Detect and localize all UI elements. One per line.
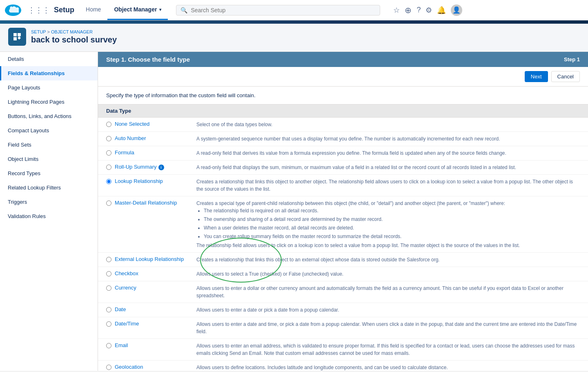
- data-type-row-roll-up-summary[interactable]: Roll-Up SummaryiA read-only field that d…: [98, 160, 588, 175]
- star-icon[interactable]: ☆: [393, 6, 400, 15]
- sidebar-item-record-types[interactable]: Record Types: [0, 166, 98, 180]
- radio-currency[interactable]: [106, 285, 111, 291]
- data-type-row-auto-number[interactable]: Auto NumberA system-generated sequence n…: [98, 132, 588, 146]
- desc-none-selected: Select one of the data types below.: [196, 121, 580, 128]
- breadcrumb: SETUP > OBJECT MANAGER back to school su…: [31, 29, 117, 45]
- radio-none-selected[interactable]: [106, 122, 111, 127]
- label-link-lookup-relationship[interactable]: Lookup Relationship: [115, 178, 163, 184]
- search-bar: 🔍: [176, 5, 380, 16]
- nav-tabs: Home Object Manager ▾: [79, 0, 168, 20]
- data-type-row-checkbox[interactable]: CheckboxAllows users to select a True (c…: [98, 267, 588, 281]
- sidebar-item-validation-rules[interactable]: Validation Rules: [0, 209, 98, 223]
- search-icon: 🔍: [180, 7, 187, 13]
- bell-icon[interactable]: 🔔: [437, 6, 446, 15]
- nav-actions: ☆ ⊕ ? ⚙ 🔔 👤: [393, 4, 462, 16]
- label-none-selected: None Selected: [115, 121, 149, 127]
- sidebar-item-lightning-record-pages[interactable]: Lightning Record Pages: [0, 95, 98, 109]
- page-title: back to school survey: [31, 35, 117, 45]
- label-link-external-lookup-relationship[interactable]: External Lookup Relationship: [115, 256, 184, 262]
- plus-icon[interactable]: ⊕: [405, 5, 412, 15]
- radio-geolocation[interactable]: [106, 365, 111, 370]
- breadcrumb-setup-link[interactable]: SETUP: [31, 29, 46, 34]
- data-type-row-master-detail-relationship[interactable]: Master-Detail RelationshipCreates a spec…: [98, 196, 588, 253]
- data-type-row-email[interactable]: EmailAllows users to enter an email addr…: [98, 339, 588, 361]
- breadcrumb-object-manager-link[interactable]: OBJECT MANAGER: [51, 29, 93, 34]
- data-type-header: Data Type: [98, 104, 588, 118]
- search-input[interactable]: [191, 7, 376, 13]
- label-link-formula[interactable]: Formula: [115, 149, 134, 156]
- data-type-row-date-time[interactable]: Date/TimeAllows users to enter a date an…: [98, 317, 588, 339]
- desc-roll-up-summary: A read-only field that displays the sum,…: [196, 164, 580, 171]
- sidebar-item-fields-relationships[interactable]: Fields & Relationships: [0, 66, 98, 80]
- tab-object-manager[interactable]: Object Manager ▾: [107, 0, 168, 20]
- setup-label: Setup: [54, 6, 74, 14]
- breadcrumb-separator: >: [47, 29, 51, 34]
- main-content: Step 1. Choose the field type Step 1 Nex…: [98, 52, 588, 371]
- gear-icon[interactable]: ⚙: [425, 6, 432, 15]
- desc-external-lookup-relationship: Creates a relationship that links this o…: [196, 256, 580, 263]
- sidebar: DetailsFields & RelationshipsPage Layout…: [0, 52, 98, 371]
- main-layout: DetailsFields & RelationshipsPage Layout…: [0, 52, 588, 371]
- radio-external-lookup-relationship[interactable]: [106, 257, 111, 262]
- label-link-geolocation[interactable]: Geolocation: [115, 364, 143, 370]
- label-link-checkbox[interactable]: Checkbox: [115, 270, 138, 276]
- label-link-date[interactable]: Date: [115, 306, 126, 312]
- sidebar-item-object-limits[interactable]: Object Limits: [0, 152, 98, 166]
- chevron-down-icon: ▾: [159, 7, 161, 12]
- radio-master-detail-relationship[interactable]: [106, 200, 111, 206]
- desc-geolocation: Allows users to define locations. Includ…: [196, 364, 580, 371]
- radio-formula[interactable]: [106, 150, 111, 156]
- sidebar-item-compact-layouts[interactable]: Compact Layouts: [0, 123, 98, 138]
- data-type-row-formula[interactable]: FormulaA read-only field that derives it…: [98, 146, 588, 160]
- salesforce-logo[interactable]: [5, 4, 21, 16]
- instruction-text: Specify the type of information that the…: [98, 87, 588, 104]
- desc-checkbox: Allows users to select a True (checked) …: [196, 270, 580, 278]
- radio-date-time[interactable]: [106, 321, 111, 327]
- cancel-button[interactable]: Cancel: [551, 71, 580, 82]
- desc-formula: A read-only field that derives its value…: [196, 149, 580, 157]
- desc-date-time: Allows users to enter a date and time, o…: [196, 321, 580, 335]
- step-header-title: Step 1. Choose the field type: [106, 56, 190, 63]
- radio-auto-number[interactable]: [106, 136, 111, 141]
- app-grid-icon[interactable]: ⋮⋮⋮: [28, 6, 50, 15]
- radio-checkbox[interactable]: [106, 271, 111, 276]
- tab-home[interactable]: Home: [79, 0, 107, 20]
- desc-auto-number: A system-generated sequence number that …: [196, 135, 580, 143]
- desc-master-detail-relationship: Creates a special type of parent-child r…: [196, 200, 580, 249]
- step-header: Step 1. Choose the field type Step 1: [98, 52, 588, 67]
- info-icon-roll-up-summary: i: [158, 165, 164, 170]
- sidebar-item-triggers[interactable]: Triggers: [0, 195, 98, 209]
- label-link-roll-up-summary[interactable]: Roll-Up Summary: [115, 164, 157, 170]
- sidebar-item-related-lookup-filters[interactable]: Related Lookup Filters: [0, 180, 98, 195]
- sidebar-item-field-sets[interactable]: Field Sets: [0, 138, 98, 152]
- radio-date[interactable]: [106, 307, 111, 312]
- step-label: Step 1: [564, 56, 580, 62]
- sidebar-item-buttons-links-actions[interactable]: Buttons, Links, and Actions: [0, 109, 98, 123]
- data-type-row-currency[interactable]: CurrencyAllows users to enter a dollar o…: [98, 281, 588, 303]
- next-button[interactable]: Next: [525, 71, 548, 82]
- desc-lookup-relationship: Creates a relationship that links this o…: [196, 178, 580, 193]
- label-link-currency[interactable]: Currency: [115, 285, 136, 291]
- label-link-auto-number[interactable]: Auto Number: [115, 135, 146, 141]
- help-icon[interactable]: ?: [416, 6, 421, 14]
- data-type-row-none-selected[interactable]: None SelectedSelect one of the data type…: [98, 118, 588, 132]
- sidebar-item-details[interactable]: Details: [0, 52, 98, 66]
- desc-email: Allows users to enter an email address, …: [196, 342, 580, 357]
- step-toolbar: Next Cancel: [98, 67, 588, 87]
- data-type-row-external-lookup-relationship[interactable]: External Lookup RelationshipCreates a re…: [98, 253, 588, 267]
- data-type-row-date[interactable]: DateAllows users to enter a date or pick…: [98, 303, 588, 317]
- label-link-master-detail-relationship[interactable]: Master-Detail Relationship: [115, 200, 177, 206]
- data-type-row-lookup-relationship[interactable]: Lookup RelationshipCreates a relationshi…: [98, 175, 588, 196]
- object-icon: [8, 28, 26, 46]
- sub-nav-bar: [0, 20, 588, 24]
- label-link-email[interactable]: Email: [115, 342, 128, 348]
- radio-email[interactable]: [106, 343, 111, 348]
- data-type-rows: None SelectedSelect one of the data type…: [98, 118, 588, 371]
- avatar[interactable]: 👤: [451, 4, 462, 16]
- radio-lookup-relationship[interactable]: [106, 179, 111, 184]
- sidebar-item-page-layouts[interactable]: Page Layouts: [0, 80, 98, 95]
- radio-roll-up-summary[interactable]: [106, 165, 111, 170]
- data-type-row-geolocation[interactable]: GeolocationAllows users to define locati…: [98, 361, 588, 371]
- label-link-date-time[interactable]: Date/Time: [115, 321, 139, 327]
- breadcrumb-path: SETUP > OBJECT MANAGER: [31, 29, 117, 34]
